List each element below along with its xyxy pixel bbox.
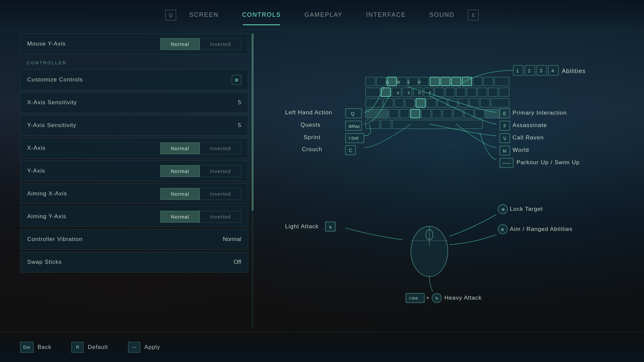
svg-text:Left Hand Action: Left Hand Action xyxy=(285,109,332,116)
svg-rect-43 xyxy=(432,109,441,118)
svg-rect-12 xyxy=(494,77,509,86)
customize-controls-row[interactable]: Customize Controls ⊞ xyxy=(20,69,248,90)
default-label: Default xyxy=(88,344,108,351)
svg-rect-34 xyxy=(459,99,468,107)
svg-text:——: —— xyxy=(502,161,511,166)
svg-text:F: F xyxy=(503,123,506,129)
back-key: Esc xyxy=(20,342,34,353)
customize-controls-label: Customize Controls xyxy=(27,76,83,83)
svg-text:1: 1 xyxy=(516,68,519,73)
diagram-svg: Q W E R A S D F 1 2 3 4 Abilities xyxy=(278,50,600,345)
svg-text:D: D xyxy=(418,91,421,95)
nav-item-sound[interactable]: Sound xyxy=(418,5,466,25)
mouse-yaxis-row: Mouse Y-Axis Normal Inverted xyxy=(20,34,248,54)
y-axis-sensitivity-label: Y-Axis Sensitivity xyxy=(27,122,76,129)
svg-text:⊕: ⊕ xyxy=(501,207,505,212)
svg-rect-32 xyxy=(437,99,447,107)
aiming-y-axis-toggle: Normal Inverted xyxy=(160,211,241,223)
svg-text:🖱: 🖱 xyxy=(328,225,332,230)
svg-rect-45 xyxy=(453,109,463,118)
svg-text:World: World xyxy=(513,147,529,153)
svg-rect-28 xyxy=(394,99,404,107)
nav-right-key[interactable]: E xyxy=(468,10,479,20)
svg-rect-21 xyxy=(456,88,466,97)
mouse-yaxis-normal-btn[interactable]: Normal xyxy=(160,38,199,50)
svg-rect-46 xyxy=(464,109,474,118)
svg-text:+: + xyxy=(426,295,429,301)
svg-rect-1 xyxy=(376,77,386,86)
svg-rect-36 xyxy=(480,99,490,107)
y-axis-toggle: Normal Inverted xyxy=(160,165,241,177)
aiming-y-axis-normal-btn[interactable]: Normal xyxy=(160,211,199,223)
aiming-x-axis-normal-btn[interactable]: Normal xyxy=(160,188,199,200)
svg-rect-47 xyxy=(475,109,484,118)
default-key: R xyxy=(71,342,84,353)
svg-text:Abilities: Abilities xyxy=(562,68,586,74)
svg-text:⇧Shft: ⇧Shft xyxy=(408,296,418,300)
svg-text:Call Raven: Call Raven xyxy=(513,134,544,141)
back-label: Back xyxy=(38,344,52,351)
y-axis-normal-btn[interactable]: Normal xyxy=(160,165,199,177)
svg-rect-42 xyxy=(421,109,431,118)
nav-item-screen[interactable]: Screen xyxy=(178,5,230,25)
nav-left-key[interactable]: Q xyxy=(165,10,176,20)
svg-rect-0 xyxy=(366,77,375,86)
svg-text:Q: Q xyxy=(351,111,355,116)
nav-item-gameplay[interactable]: Gameplay xyxy=(293,5,355,25)
svg-rect-25 xyxy=(499,88,509,97)
svg-text:Assassinate: Assassinate xyxy=(513,122,547,128)
svg-rect-11 xyxy=(484,77,493,86)
svg-text:W: W xyxy=(397,80,400,84)
svg-text:M: M xyxy=(503,148,506,154)
svg-rect-15 xyxy=(392,88,401,97)
default-action[interactable]: R Default xyxy=(71,342,108,353)
svg-rect-7 xyxy=(441,77,450,86)
svg-rect-51 xyxy=(381,120,391,129)
svg-rect-30 xyxy=(416,99,425,107)
keyboard-diagram-panel: Q W E R A S D F 1 2 3 4 Abilities xyxy=(235,34,644,328)
svg-text:⊕: ⊕ xyxy=(501,227,504,232)
x-axis-row: X-Axis Normal Inverted xyxy=(20,138,248,159)
x-axis-normal-btn[interactable]: Normal xyxy=(160,142,199,154)
svg-text:V: V xyxy=(503,136,506,141)
svg-text:Q: Q xyxy=(386,80,389,84)
svg-text:Quests: Quests xyxy=(301,122,321,128)
svg-text:A: A xyxy=(397,91,399,95)
swap-sticks-label: Swap Sticks xyxy=(27,259,62,265)
nav-bar: Q Screen Controls Gameplay Interface Sou… xyxy=(0,0,644,30)
bottom-bar: Esc Back R Default — Apply xyxy=(0,332,644,362)
keyboard-diagram: Q W E R A S D F 1 2 3 4 Abilities xyxy=(278,50,600,345)
svg-text:S: S xyxy=(408,91,410,95)
svg-rect-17 xyxy=(413,88,423,97)
svg-rect-37 xyxy=(491,99,509,107)
nav-item-interface[interactable]: Interface xyxy=(354,5,418,25)
aiming-y-axis-label: Aiming Y-Axis xyxy=(27,213,66,220)
svg-rect-13 xyxy=(366,88,380,97)
svg-text:Primary Interaction: Primary Interaction xyxy=(513,110,567,116)
apply-action[interactable]: — Apply xyxy=(128,342,160,353)
svg-text:Aim / Ranged Abilities: Aim / Ranged Abilities xyxy=(510,226,573,232)
svg-text:⇧Shft: ⇧Shft xyxy=(348,136,359,141)
x-axis-toggle: Normal Inverted xyxy=(160,142,241,154)
svg-rect-39 xyxy=(389,109,398,118)
controller-vibration-row: Controller Vibration Normal xyxy=(20,229,248,250)
mouse-yaxis-toggle: Normal Inverted xyxy=(160,38,241,50)
svg-text:Parkour Up / Swim Up: Parkour Up / Swim Up xyxy=(517,159,580,166)
controller-vibration-label: Controller Vibration xyxy=(27,236,83,243)
svg-text:E: E xyxy=(503,111,506,116)
swap-sticks-row: Swap Sticks Off xyxy=(20,252,248,273)
svg-rect-24 xyxy=(488,88,498,97)
svg-rect-23 xyxy=(478,88,487,97)
svg-rect-8 xyxy=(451,77,461,86)
svg-text:🖱: 🖱 xyxy=(435,296,439,301)
svg-rect-44 xyxy=(443,109,452,118)
svg-rect-16 xyxy=(402,88,412,97)
nav-item-controls[interactable]: Controls xyxy=(230,5,293,25)
aiming-y-axis-row: Aiming Y-Axis Normal Inverted xyxy=(20,206,248,227)
svg-rect-6 xyxy=(430,77,439,86)
svg-text:Light Attack: Light Attack xyxy=(285,223,319,230)
back-action[interactable]: Esc Back xyxy=(20,342,51,353)
svg-rect-20 xyxy=(445,88,455,97)
svg-rect-40 xyxy=(400,109,409,118)
x-axis-label: X-Axis xyxy=(27,145,46,152)
